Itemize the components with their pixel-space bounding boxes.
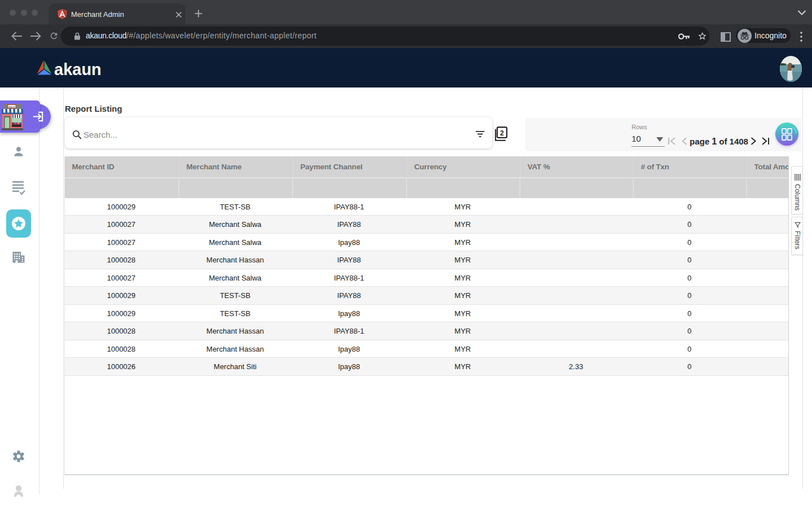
svg-text:2: 2 (500, 129, 504, 137)
svg-text:SHOP: SHOP (8, 106, 15, 108)
